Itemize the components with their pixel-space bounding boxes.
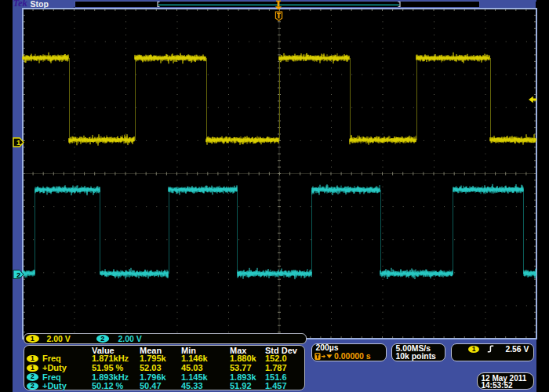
svg-text:2: 2 [16,270,20,279]
svg-text:1: 1 [16,138,21,147]
